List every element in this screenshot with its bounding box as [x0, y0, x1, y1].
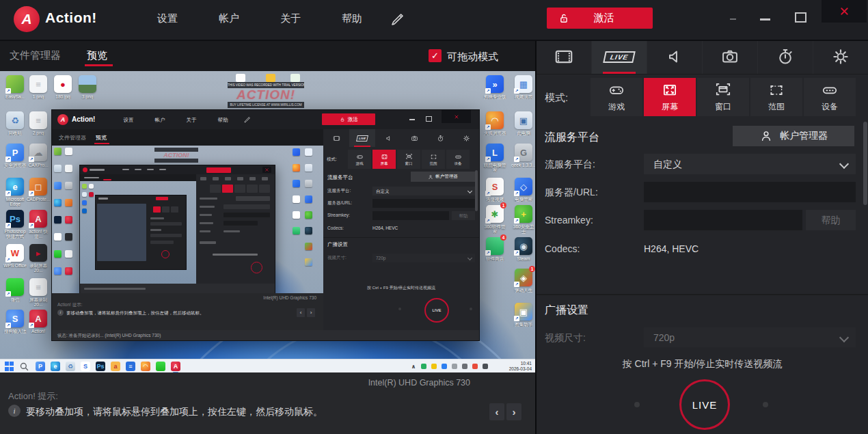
nested-menu-about: 关于: [180, 117, 203, 124]
shortcut-arrow-icon: ↗: [485, 250, 491, 256]
tip-title: Action! 提示:: [8, 390, 58, 403]
desktop-icon: ▣↗图集助手: [511, 303, 535, 327]
mode-window-button[interactable]: 窗口: [697, 78, 749, 116]
mini-desktop-icon: [65, 250, 72, 258]
mode-region: 范围: [422, 150, 445, 169]
mini-desktop-icon: [305, 195, 312, 203]
desktop-icon-label: 安全浏览器: [3, 163, 27, 167]
taskbar-app-recycle: ♻: [66, 362, 75, 371]
codecs-value: H264, HEVC: [372, 226, 398, 230]
maximize-button[interactable]: [795, 12, 806, 23]
active-tab-underline: [94, 143, 109, 144]
broadcast-section-title: 广播设置: [327, 241, 348, 248]
icon-glyph: ☁: [34, 148, 43, 158]
app-title: Action!: [45, 10, 97, 26]
prev-tip-button[interactable]: ‹: [489, 403, 504, 420]
menu-about[interactable]: 关于: [270, 12, 311, 25]
close-button[interactable]: [822, 0, 867, 23]
tray-icon: [442, 364, 447, 369]
mini-desktop-icon: [54, 216, 62, 223]
action-logo-icon: [83, 167, 87, 172]
account-manager-button[interactable]: 帐户管理器: [733, 126, 854, 146]
video-size-label: 视频尺寸:: [545, 332, 586, 344]
desktop-icon-label: 图集助手: [511, 322, 535, 327]
platform-dropdown[interactable]: 自定义: [644, 154, 856, 174]
mini-desktop-icon: [54, 267, 62, 275]
tab-screenshot[interactable]: [702, 40, 757, 74]
decorative-dot: [763, 402, 768, 407]
menu-bar: [159, 169, 166, 170]
tab-audio: [375, 129, 401, 147]
icon-glyph: A: [35, 314, 41, 324]
streamkey-input[interactable]: [644, 210, 802, 230]
decorative-dot: [398, 308, 401, 310]
mode-region-button[interactable]: 范围: [750, 78, 802, 116]
activate-button[interactable]: 激活: [547, 8, 653, 29]
platform-label: 流服务平台:: [545, 159, 595, 171]
pen-tools-icon[interactable]: [390, 11, 407, 29]
mode-screen-button[interactable]: 屏幕: [644, 78, 696, 116]
maximize-button: [426, 116, 432, 122]
close-icon: [454, 114, 459, 120]
mode-game-button[interactable]: 游戏: [591, 78, 642, 116]
desktop-icon: ≡2.png: [26, 111, 51, 135]
desktop-icon-label: 3.png: [75, 94, 100, 99]
next-tip-button[interactable]: ›: [506, 403, 521, 420]
streamkey-label: Streamkey:: [545, 215, 593, 226]
icon-glyph: ◉: [519, 241, 527, 252]
nested-bottom-section: Intel(R) UHD Graphics 730 Action! 提示: i …: [52, 293, 323, 330]
desktop-icon: ↗EasySa...: [3, 75, 27, 99]
icon-glyph: L: [492, 148, 498, 158]
watermark-bottom-text: BUY LIFETIME LICENSE AT WWW.MIRILLIS.COM: [228, 102, 304, 108]
help-button[interactable]: 帮助: [806, 210, 856, 230]
desktop-icon-label: 微信: [3, 297, 27, 302]
info-icon: i: [57, 310, 64, 316]
mode-device: 设备: [446, 150, 470, 169]
tab-recordings[interactable]: [537, 40, 591, 74]
menu-account[interactable]: 帐户: [208, 12, 249, 25]
mode-window: 窗口: [397, 150, 420, 169]
live-start-button[interactable]: LIVE: [679, 379, 730, 430]
tab-file-manager[interactable]: 文件管理器: [10, 49, 61, 62]
icon-glyph: ◈: [520, 273, 527, 283]
platform-label: 流服务平台:: [327, 188, 351, 194]
mini-desktop-icon: [54, 250, 62, 258]
watermark-brand: ACTION!: [154, 152, 198, 159]
server-url-input[interactable]: [644, 182, 856, 202]
desktop-icon-label: 剪映专业版: [483, 94, 507, 99]
mini-desktop-icon: [54, 165, 62, 172]
scrollbar-thumb[interactable]: [863, 122, 867, 205]
mini-desktop-icon: [54, 233, 62, 241]
desktop-icon: W↗WPS Office: [3, 244, 27, 268]
minimize-button[interactable]: [760, 18, 770, 21]
tab-benchmark[interactable]: [757, 40, 813, 74]
taskbar-app-browser: P: [36, 362, 45, 371]
tab-audio[interactable]: [647, 40, 702, 74]
tab-settings[interactable]: [813, 40, 868, 74]
unlock-icon: [558, 12, 570, 25]
nested-status-bar: 状态: 准备开始记录到... (Intel(R) UHD Graphics 73…: [52, 330, 479, 340]
tab-live[interactable]: LIVE: [591, 40, 647, 74]
mode-device-button[interactable]: 设备: [804, 78, 856, 116]
video-size-dropdown[interactable]: 720p: [644, 327, 856, 348]
desktop-icon-label: 联想电脑管家: [483, 163, 507, 172]
shortcut-arrow-icon: ↗: [514, 157, 519, 162]
icon-glyph: ≡: [36, 282, 41, 293]
tab-preview[interactable]: 预览: [87, 49, 107, 62]
menu-help[interactable]: 帮助: [331, 12, 372, 25]
desktop-icon-label: 360安全卫士: [511, 224, 535, 234]
taskbar-app-folder: a: [111, 362, 120, 371]
decorative-dot: [634, 402, 640, 407]
gamepad-icon: [608, 81, 625, 99]
screen-preview[interactable]: ↗EasySa...≡1.png●180.jpg3.png♻回收站≡2.pngP…: [0, 71, 535, 372]
codecs-label: Codecs:: [327, 226, 344, 230]
shortcut-arrow-icon: ↗: [485, 124, 491, 130]
chevron-down-icon: [839, 333, 849, 342]
menu-settings[interactable]: 设置: [147, 12, 188, 25]
mini-desktop-icon: [65, 148, 72, 155]
desktop-icon-label: 搜狗输入法: [3, 329, 27, 334]
icon-glyph: ▣: [519, 116, 528, 126]
shortcut-arrow-icon: ↗: [514, 218, 519, 223]
desktop-icon: S↗迅捷视频: [483, 178, 507, 202]
draggable-mode-checkbox[interactable]: [429, 49, 442, 62]
